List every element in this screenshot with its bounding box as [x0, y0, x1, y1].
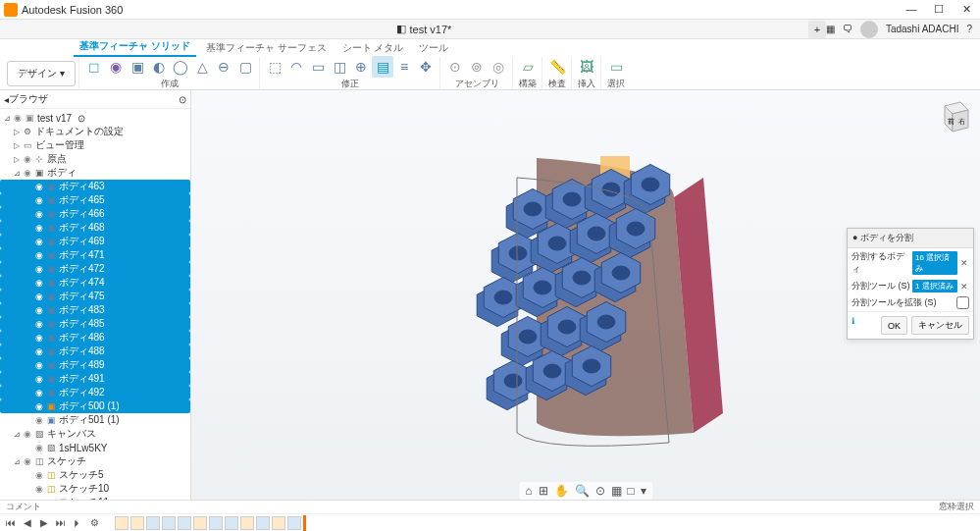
tree-node[interactable]: ◉▣ボディ500 (1)	[0, 399, 190, 413]
timeline-next-button[interactable]: ▶	[37, 517, 51, 528]
create-form-button[interactable]: ◉	[105, 56, 127, 78]
tree-node[interactable]: ◉▣ボディ489	[0, 358, 190, 372]
tree-node[interactable]: ◉▣ボディ491	[0, 372, 190, 386]
tree-node[interactable]: ▷▭ビュー管理	[0, 138, 190, 152]
joint-origin-button[interactable]: ◎	[488, 56, 509, 78]
tree-node[interactable]: ◉▣ボディ501 (1)	[0, 413, 190, 427]
timeline-settings-button[interactable]: ⚙	[87, 517, 101, 528]
timeline-feature[interactable]	[162, 516, 176, 530]
timeline-feature[interactable]	[256, 516, 270, 530]
close-button[interactable]: ✕	[956, 3, 976, 16]
select-button[interactable]: ▭	[605, 56, 627, 78]
press-pull-button[interactable]: ⬚	[264, 56, 285, 78]
insert-button[interactable]: 🖼	[576, 56, 597, 78]
timeline-feature[interactable]	[272, 516, 285, 530]
orbit-icon[interactable]: ⊞	[539, 484, 548, 498]
info-icon[interactable]: ℹ	[851, 316, 854, 335]
help-icon[interactable]: ?	[966, 24, 972, 34]
tree-node[interactable]: ◉▣ボディ475	[0, 290, 190, 303]
revolve-button[interactable]: ◐	[148, 56, 170, 78]
box-button[interactable]: ▢	[234, 56, 256, 78]
tree-node[interactable]: ◉◫スケッチ5	[0, 468, 190, 482]
new-tab-button[interactable]: +	[808, 21, 826, 38]
tree-node[interactable]: ◉▣ボディ469	[0, 235, 190, 248]
split-tool-value[interactable]: 1 選択済み	[912, 280, 957, 292]
fillet-button[interactable]: ◠	[285, 56, 307, 78]
timeline-scrubber[interactable]	[303, 515, 306, 531]
combine-button[interactable]: ⊕	[350, 56, 372, 78]
ribbon-tab-surface[interactable]: 基準フィーチャ サーフェス	[200, 39, 333, 57]
browser-settings-icon[interactable]: ⊙	[179, 94, 186, 105]
sweep-button[interactable]: ◯	[170, 56, 191, 78]
notifications-icon[interactable]: 🗨	[843, 24, 852, 34]
split-body-button[interactable]: ▤	[372, 56, 393, 78]
tree-node[interactable]: ⊿◉▣ボディ	[0, 166, 190, 180]
move-button[interactable]: ✥	[415, 56, 437, 78]
fit-icon[interactable]: ⊙	[595, 484, 605, 498]
ribbon-tab-sheetmetal[interactable]: シート メタル	[336, 39, 410, 57]
clear-bodies-icon[interactable]: ✕	[959, 258, 969, 268]
hole-button[interactable]: ⊖	[213, 56, 234, 78]
tree-node[interactable]: ⊿◉◫スケッチ	[0, 454, 190, 468]
timeline-feature[interactable]	[178, 516, 191, 530]
file-tab[interactable]: ◧ test v17*	[388, 20, 460, 38]
maximize-button[interactable]: ☐	[929, 3, 949, 16]
clear-tool-icon[interactable]: ✕	[959, 282, 969, 292]
bodies-to-split-value[interactable]: 16 選択済み	[912, 251, 957, 275]
tree-node[interactable]: ◉▣ボディ486	[0, 331, 190, 345]
user-avatar[interactable]	[860, 21, 878, 38]
timeline-feature[interactable]	[115, 516, 129, 530]
timeline-feature[interactable]	[225, 516, 238, 530]
extensions-icon[interactable]: ▦	[826, 24, 835, 34]
window-select-label[interactable]: 窓枠選択	[939, 501, 974, 513]
home-view-icon[interactable]: ⌂	[525, 484, 532, 498]
browser-tree[interactable]: ⊿◉▣test v17⊙▷⚙ドキュメントの設定▷▭ビュー管理▷◉⊹原点⊿◉▣ボデ…	[0, 109, 190, 500]
measure-button[interactable]: 📏	[546, 56, 568, 78]
tree-node[interactable]: ◉▣ボディ485	[0, 317, 190, 331]
tree-node[interactable]: ◉▣ボディ472	[0, 262, 190, 276]
tree-node[interactable]: ◉▣ボディ474	[0, 276, 190, 290]
extrude-button[interactable]: ▣	[127, 56, 148, 78]
tree-node[interactable]: ◉▣ボディ483	[0, 303, 190, 317]
cancel-button[interactable]: キャンセル	[911, 316, 969, 335]
tree-node[interactable]: ▷◉⊹原点	[0, 152, 190, 166]
ok-button[interactable]: OK	[881, 316, 907, 335]
pan-icon[interactable]: ✋	[554, 484, 569, 498]
align-button[interactable]: ≡	[393, 56, 415, 78]
workspace-switcher[interactable]: デザイン▾	[7, 61, 76, 86]
zoom-icon[interactable]: 🔍	[575, 484, 590, 498]
timeline-feature[interactable]	[209, 516, 223, 530]
tree-node[interactable]: ◉▧1sHLw5KY	[0, 441, 190, 454]
tree-node[interactable]: ◉▣ボディ463	[0, 180, 190, 193]
tree-node[interactable]: ⊿◉▧キャンバス	[0, 427, 190, 441]
timeline-feature[interactable]	[130, 516, 144, 530]
construct-plane-button[interactable]: ▱	[517, 56, 539, 78]
viewports-icon[interactable]: ▾	[641, 484, 646, 498]
timeline-prev-button[interactable]: ◀	[21, 517, 34, 528]
grid-icon[interactable]: □	[628, 484, 635, 498]
tree-node[interactable]: ◉▣ボディ468	[0, 221, 190, 235]
tree-node[interactable]: ◉◫スケッチ11	[0, 496, 190, 500]
timeline-feature[interactable]	[240, 516, 254, 530]
timeline[interactable]: ⏮ ◀ ▶ ⏭ ⏵ ⚙	[0, 514, 980, 531]
comments-label[interactable]: コメント	[6, 501, 41, 513]
ribbon-tab-tool[interactable]: ツール	[413, 39, 454, 57]
tree-node[interactable]: ◉◫スケッチ10	[0, 482, 190, 496]
draft-button[interactable]: ◫	[329, 56, 350, 78]
as-built-joint-button[interactable]: ⊚	[466, 56, 488, 78]
view-cube[interactable]: 前 右	[933, 98, 972, 137]
timeline-first-button[interactable]: ⏮	[4, 517, 18, 528]
ribbon-tab-solid[interactable]: 基準フィーチャ ソリッド	[74, 37, 196, 57]
loft-button[interactable]: △	[191, 56, 213, 78]
minimize-button[interactable]: —	[902, 3, 921, 16]
tree-node[interactable]: ◉▣ボディ465	[0, 193, 190, 207]
shell-button[interactable]: ▭	[307, 56, 329, 78]
display-settings-icon[interactable]: ▦	[611, 484, 622, 498]
tree-node[interactable]: ⊿◉▣test v17⊙	[0, 111, 190, 125]
new-sketch-button[interactable]: ◻	[83, 56, 105, 78]
timeline-play-button[interactable]: ⏵	[71, 517, 84, 528]
tree-node[interactable]: ◉▣ボディ492	[0, 386, 190, 399]
timeline-last-button[interactable]: ⏭	[54, 517, 68, 528]
timeline-feature[interactable]	[193, 516, 207, 530]
tree-node[interactable]: ◉▣ボディ488	[0, 345, 190, 358]
